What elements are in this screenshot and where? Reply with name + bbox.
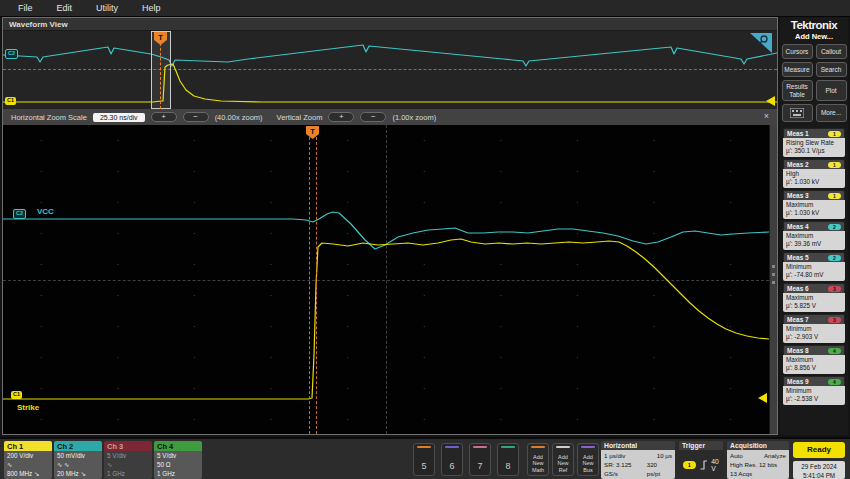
- overview-ch2-trace: [3, 45, 777, 66]
- meas-6-badge[interactable]: Meas 63 Maximumµ': 5.825 V: [783, 283, 845, 312]
- meas-5-badge[interactable]: Meas 52 Minimumµ': -74.80 mV: [783, 252, 845, 281]
- ch5-slot-button[interactable]: 5: [413, 443, 435, 476]
- ch7-slot-button[interactable]: 7: [469, 443, 491, 476]
- overview-ch1-handle[interactable]: C1: [5, 97, 16, 105]
- menu-file[interactable]: File: [18, 3, 33, 13]
- channel-pill: 2: [828, 224, 841, 230]
- waveform-view-title: Waveform View: [3, 18, 777, 31]
- results-table-button[interactable]: Results Table: [782, 80, 813, 101]
- add-new-bus-button[interactable]: Add New Bus: [577, 443, 599, 476]
- vertical-zoom-label: Vertical Zoom: [277, 113, 323, 122]
- meas-title: Meas 2: [787, 161, 809, 168]
- meas-type: Minimum: [786, 263, 842, 271]
- meas-value: µ': 5.825 V: [786, 302, 842, 310]
- h-window: 10 µs: [657, 451, 672, 460]
- horizontal-panel[interactable]: Horizontal 1 µs/div10 µs SR: 3.125 GS/s3…: [601, 441, 675, 479]
- meas-value: µ': 1.030 kV: [786, 178, 842, 186]
- overview-plot[interactable]: T C2 C1: [3, 31, 777, 109]
- ch1-bandwidth: 800 MHz ↘: [7, 469, 52, 478]
- ref-color-stripe: [556, 446, 570, 448]
- acq-analyze: Analyze: [764, 451, 786, 460]
- meas-value: µ': 350.1 V/µs: [786, 147, 842, 155]
- trigger-panel-title: Trigger: [679, 441, 723, 450]
- search-button[interactable]: Search: [816, 62, 847, 77]
- meas-value: µ': 1.030 kV: [786, 209, 842, 217]
- ch2-header: Ch 2: [54, 441, 102, 451]
- vzoom-decrease-button[interactable]: −: [360, 112, 386, 122]
- more-button[interactable]: More...: [816, 104, 847, 122]
- horizontal-zoom-scale-value[interactable]: 25.30 ns/div: [93, 113, 145, 122]
- acquisition-panel[interactable]: Acquisition AutoAnalyze High Res. 12 bit…: [727, 441, 789, 479]
- acq-mode: Auto: [730, 451, 743, 460]
- trigger-panel[interactable]: Trigger 1 40 V: [679, 441, 723, 479]
- hzoom-decrease-button[interactable]: −: [183, 112, 209, 122]
- ch2-badge[interactable]: Ch 2 50 mV/div ∿ ∿ 20 MHz ↘: [54, 441, 102, 479]
- meas-3-badge[interactable]: Meas 31 Maximumµ': 1.030 kV: [783, 190, 845, 219]
- overview-ch1-trace: [3, 64, 777, 102]
- ch2-trace-label: VCC: [37, 207, 54, 216]
- ch3-badge[interactable]: Ch 3 5 V/div ∿ 1 GHz: [104, 441, 152, 479]
- results-sidebar: Tektronix Add New... Cursors Callout Mea…: [780, 17, 848, 435]
- ch2-coupling-icon: ∿ ∿: [57, 460, 102, 469]
- meas-8-badge[interactable]: Meas 84 Maximumµ': 8.856 V: [783, 345, 845, 374]
- close-zoom-icon[interactable]: ×: [764, 111, 769, 121]
- ch3-header: Ch 3: [104, 441, 152, 451]
- ch4-bandwidth: 1 GHz: [157, 469, 202, 478]
- channel-pill: 3: [828, 317, 841, 323]
- ch3-scale: 5 V/div: [107, 451, 152, 460]
- cursors-button[interactable]: Cursors: [782, 44, 813, 59]
- add-new-bus-label: Add New Bus: [578, 454, 598, 473]
- tektronix-logo: Tektronix: [791, 19, 837, 31]
- main-waveform-plot[interactable]: T C2 VCC C1 Strike: [3, 125, 777, 434]
- ch4-header: Ch 4: [154, 441, 202, 451]
- zoom-overview-icon[interactable]: [750, 33, 772, 53]
- splitter-handle[interactable]: [772, 265, 775, 289]
- main-trigger-level-arrow[interactable]: [758, 393, 767, 403]
- add-new-math-button[interactable]: Add New Math: [527, 443, 549, 476]
- ch4-badge[interactable]: Ch 4 5 V/div 50 Ω 1 GHz: [154, 441, 202, 479]
- h-scale: 1 µs/div: [604, 451, 625, 460]
- view-splitter[interactable]: [769, 125, 777, 434]
- menu-utility[interactable]: Utility: [96, 3, 118, 13]
- ch6-slot-button[interactable]: 6: [441, 443, 463, 476]
- ch1-trace-label: Strike: [17, 403, 39, 412]
- slot-color-stripe: [473, 446, 487, 448]
- measure-button[interactable]: Measure: [782, 62, 813, 77]
- channel-pill: 4: [828, 348, 841, 354]
- meas-2-badge[interactable]: Meas 21 Highµ': 1.030 kV: [783, 159, 845, 188]
- hzoom-increase-button[interactable]: +: [151, 112, 177, 122]
- overview-ch2-handle[interactable]: C2: [5, 49, 18, 59]
- add-new-math-label: Add New Math: [528, 454, 548, 473]
- ch1-coupling-icon: ∿: [7, 460, 52, 469]
- meas-value: µ': -2.903 V: [786, 333, 842, 341]
- meas-title: Meas 1: [787, 130, 809, 137]
- meas-title: Meas 4: [787, 223, 809, 230]
- menu-edit[interactable]: Edit: [57, 3, 73, 13]
- add-new-ref-button[interactable]: Add New Ref: [552, 443, 574, 476]
- overview-trigger-level-arrow[interactable]: [766, 96, 775, 106]
- meas-1-badge[interactable]: Meas 11 Rising Slew Rateµ': 350.1 V/µs: [783, 128, 845, 157]
- horizontal-zoom-scale-label: Horizontal Zoom Scale: [11, 113, 87, 122]
- meas-4-badge[interactable]: Meas 42 Maximumµ': 39.36 mV: [783, 221, 845, 250]
- h-resolution: 320 ps/pt: [647, 460, 672, 478]
- callout-button[interactable]: Callout: [816, 44, 847, 59]
- main-ch1-handle[interactable]: C1: [11, 391, 22, 399]
- meas-type: Maximum: [786, 232, 842, 240]
- trigger-level: 40 V: [711, 458, 723, 472]
- main-ch2-handle[interactable]: C2: [13, 209, 26, 219]
- ch8-slot-button[interactable]: 8: [497, 443, 519, 476]
- vzoom-increase-button[interactable]: +: [328, 112, 354, 122]
- horizontal-panel-title: Horizontal: [601, 441, 675, 450]
- meas-9-badge[interactable]: Meas 94 Minimumµ': -2.538 V: [783, 376, 845, 405]
- meas-7-badge[interactable]: Meas 73 Minimumµ': -2.903 V: [783, 314, 845, 343]
- draw-a-box-button[interactable]: [782, 104, 813, 122]
- ch1-scale: 200 V/div: [7, 451, 52, 460]
- menu-help[interactable]: Help: [142, 3, 161, 13]
- ch1-badge[interactable]: Ch 1 200 V/div ∿ 800 MHz ↘: [4, 441, 52, 479]
- meas-title: Meas 9: [787, 378, 809, 385]
- ch3-coupling-icon: ∿: [107, 460, 152, 469]
- slot-label: 6: [449, 461, 454, 471]
- ch1-header: Ch 1: [4, 441, 52, 451]
- slot-color-stripe: [501, 446, 515, 448]
- plot-button[interactable]: Plot: [816, 80, 847, 101]
